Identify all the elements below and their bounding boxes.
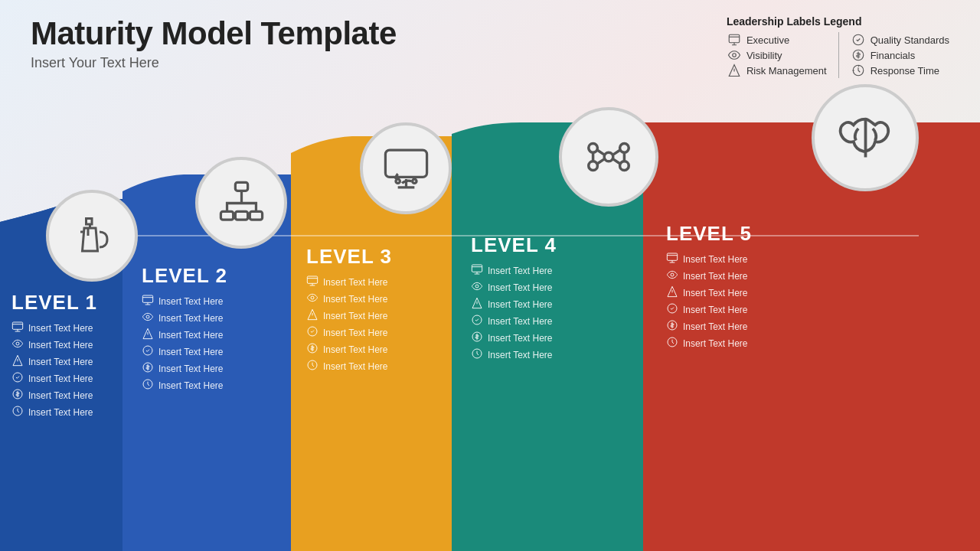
resp-icon bbox=[11, 405, 24, 419]
legend-divider bbox=[838, 32, 839, 78]
legend-item-response: Response Time bbox=[851, 63, 949, 78]
level-1-circle bbox=[46, 190, 138, 282]
list-item: Insert Text Here bbox=[11, 405, 97, 419]
list-item: Insert Text Here bbox=[666, 269, 752, 283]
level-3-circle-wrapper bbox=[360, 122, 452, 214]
level-5-circle-wrapper bbox=[812, 84, 919, 191]
vis-icon3 bbox=[306, 292, 318, 306]
level-2-title: LEVEL 2 bbox=[142, 264, 227, 288]
level-4-title: LEVEL 4 bbox=[471, 233, 557, 257]
legend-label-executive: Executive bbox=[746, 34, 789, 46]
list-item: Insert Text Here bbox=[306, 275, 392, 289]
list-item: Insert Text Here bbox=[142, 311, 227, 325]
risk-icon bbox=[727, 63, 742, 78]
svg-point-1 bbox=[733, 54, 737, 57]
level-3-circle bbox=[360, 122, 452, 214]
fin-icon2 bbox=[142, 361, 154, 376]
legend-item-quality: Quality Standards bbox=[851, 32, 949, 47]
svg-rect-23 bbox=[142, 295, 152, 302]
qual-icon2 bbox=[142, 344, 154, 359]
list-item: Insert Text Here bbox=[471, 297, 557, 311]
level-5-items: Insert Text Here Insert Text Here Insert… bbox=[666, 252, 752, 350]
svg-point-14 bbox=[589, 144, 598, 153]
legend-item-visibility: Visibility bbox=[727, 47, 827, 63]
qual-icon5 bbox=[666, 302, 678, 317]
resp-icon3 bbox=[306, 359, 318, 373]
legend-label-visibility: Visibility bbox=[746, 50, 782, 61]
level-5-content: LEVEL 5 Insert Text Here Insert Text Her… bbox=[666, 222, 752, 353]
svg-rect-10 bbox=[385, 150, 426, 177]
exec-icon3 bbox=[306, 275, 318, 289]
level-5-circle bbox=[812, 84, 919, 191]
list-item: Insert Text Here bbox=[666, 336, 752, 350]
risk-icon3 bbox=[142, 328, 154, 342]
exec-icon5 bbox=[666, 252, 678, 266]
vis-icon4 bbox=[471, 280, 483, 295]
svg-rect-7 bbox=[220, 211, 233, 220]
list-item: Insert Text Here bbox=[471, 347, 557, 362]
svg-point-15 bbox=[620, 144, 629, 153]
level-5-title: LEVEL 5 bbox=[666, 222, 752, 246]
svg-rect-8 bbox=[250, 211, 262, 220]
level-1-title: LEVEL 1 bbox=[11, 291, 97, 315]
svg-point-24 bbox=[146, 315, 149, 318]
legend-label-risk: Risk Management bbox=[746, 65, 827, 77]
list-item: Insert Text Here bbox=[11, 388, 97, 403]
svg-point-19 bbox=[16, 342, 19, 345]
list-item: Insert Text Here bbox=[306, 292, 392, 306]
svg-rect-38 bbox=[667, 253, 677, 260]
list-item: Insert Text Here bbox=[471, 280, 557, 295]
level-3-content: LEVEL 3 Insert Text Here Insert Text Her… bbox=[306, 245, 392, 376]
list-item: Insert Text Here bbox=[306, 342, 392, 357]
legend-label-financials: Financials bbox=[871, 50, 916, 61]
svg-point-12 bbox=[412, 179, 416, 183]
list-item: Insert Text Here bbox=[142, 328, 227, 342]
quality-icon bbox=[851, 32, 866, 47]
svg-point-17 bbox=[620, 161, 629, 171]
diagram: LEVEL 1 Insert Text Here Insert Text Her… bbox=[0, 122, 980, 551]
legend-right: Quality Standards Financials bbox=[851, 32, 949, 78]
list-item: Insert Text Here bbox=[142, 361, 227, 376]
legend: Leadership Labels Legend Executive bbox=[727, 15, 949, 78]
svg-rect-33 bbox=[472, 265, 482, 272]
svg-rect-18 bbox=[12, 322, 22, 329]
level-2-circle-wrapper bbox=[195, 157, 287, 249]
list-item: Insert Text Here bbox=[666, 252, 752, 266]
list-item: Insert Text Here bbox=[471, 314, 557, 328]
svg-point-13 bbox=[604, 152, 613, 161]
legend-title: Leadership Labels Legend bbox=[727, 15, 949, 28]
visibility-icon bbox=[727, 47, 742, 63]
legend-left: Executive Visibility Ris bbox=[727, 32, 827, 78]
risk-icon4 bbox=[306, 308, 318, 323]
svg-rect-6 bbox=[235, 182, 247, 191]
network-graph-icon bbox=[582, 130, 635, 184]
network-icon bbox=[217, 178, 266, 228]
legend-item-financials: Financials bbox=[851, 47, 949, 63]
svg-rect-28 bbox=[307, 276, 317, 283]
svg-point-29 bbox=[311, 296, 314, 299]
svg-point-39 bbox=[671, 273, 674, 276]
fin-icon5 bbox=[666, 319, 678, 334]
exec-icon4 bbox=[471, 263, 483, 278]
list-item: Insert Text Here bbox=[11, 371, 97, 386]
level-2-content: LEVEL 2 Insert Text Here Insert Text Her… bbox=[142, 264, 227, 395]
response-icon bbox=[851, 63, 866, 78]
legend-item-risk: Risk Management bbox=[727, 63, 827, 78]
exec-icon bbox=[11, 321, 24, 335]
level-4-circle bbox=[559, 107, 658, 207]
list-item: Insert Text Here bbox=[11, 321, 97, 335]
resp-icon5 bbox=[666, 336, 678, 350]
risk-icon2 bbox=[11, 354, 24, 369]
list-item: Insert Text Here bbox=[306, 308, 392, 323]
list-item: Insert Text Here bbox=[142, 378, 227, 393]
list-item: Insert Text Here bbox=[666, 319, 752, 334]
list-item: Insert Text Here bbox=[666, 285, 752, 300]
executive-icon bbox=[727, 32, 742, 47]
vis-icon bbox=[11, 337, 24, 352]
fin-icon3 bbox=[306, 342, 318, 357]
legend-item-executive: Executive bbox=[727, 32, 827, 47]
list-item: Insert Text Here bbox=[471, 263, 557, 278]
list-item: Insert Text Here bbox=[11, 354, 97, 369]
exec-icon2 bbox=[142, 294, 154, 308]
legend-label-quality: Quality Standards bbox=[871, 34, 949, 46]
